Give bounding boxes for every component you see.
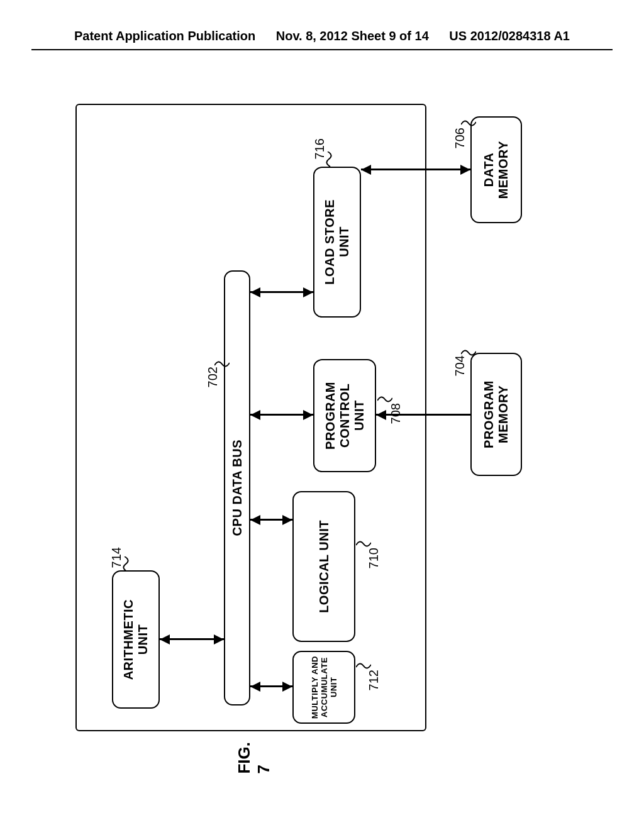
tilde-icon xyxy=(123,556,131,572)
tilde-icon xyxy=(377,394,392,402)
data-memory: DATA MEMORY xyxy=(470,116,522,223)
mac-text: MULTIPLY AND ACCUMULATE UNIT xyxy=(310,656,338,719)
tilde-icon xyxy=(356,661,371,668)
tilde-icon xyxy=(461,118,476,126)
program-memory: PROGRAM MEMORY xyxy=(470,353,522,476)
arrowhead-icon xyxy=(282,682,292,692)
page-header: Patent Application Publication Nov. 8, 2… xyxy=(0,29,644,43)
ref-704: 704 xyxy=(453,355,467,376)
multiply-accumulate-unit: MULTIPLY AND ACCUMULATE UNIT xyxy=(292,651,355,724)
arrowhead-icon xyxy=(250,287,260,297)
arrowhead-icon xyxy=(250,410,260,420)
logical-unit: LOGICAL UNIT xyxy=(292,491,355,642)
arithmetic-text: ARITHMETIC UNIT xyxy=(121,599,150,680)
program-memory-text: PROGRAM MEMORY xyxy=(482,380,511,448)
arrowhead-icon xyxy=(160,634,170,645)
load-store-unit: LOAD STORE UNIT xyxy=(313,167,361,318)
ref-702: 702 xyxy=(206,367,220,387)
tilde-icon xyxy=(326,152,334,167)
cpu-data-bus: CPU DATA BUS xyxy=(224,270,250,706)
header-rule xyxy=(31,49,613,50)
load-store-text: LOAD STORE UNIT xyxy=(323,199,352,285)
arrow xyxy=(376,414,470,416)
tilde-icon xyxy=(356,539,371,546)
header-left: Patent Application Publication xyxy=(74,29,255,43)
arrowhead-icon xyxy=(214,634,224,645)
logical-text: LOGICAL UNIT xyxy=(317,520,331,613)
arrowhead-icon xyxy=(361,165,371,175)
arrowhead-icon xyxy=(250,682,260,692)
arrowhead-icon xyxy=(303,287,313,297)
cpu-bus-text: CPU DATA BUS xyxy=(230,440,245,536)
ref-706: 706 xyxy=(453,128,467,148)
tilde-icon xyxy=(214,359,230,367)
ref-710: 710 xyxy=(367,548,381,568)
arithmetic-unit: ARITHMETIC UNIT xyxy=(112,570,160,709)
arrowhead-icon xyxy=(460,165,470,175)
header-center: Nov. 8, 2012 Sheet 9 of 14 xyxy=(276,29,429,43)
header-right: US 2012/0284318 A1 xyxy=(449,29,570,43)
program-control-unit: PROGRAM CONTROL UNIT xyxy=(313,359,376,472)
arrowhead-icon xyxy=(303,410,313,420)
data-memory-text: DATA MEMORY xyxy=(482,141,511,199)
arrow xyxy=(361,169,470,170)
pcu-text: PROGRAM CONTROL UNIT xyxy=(323,382,367,450)
ref-712: 712 xyxy=(367,670,381,690)
arrowhead-icon xyxy=(282,515,292,525)
arrowhead-icon xyxy=(250,515,260,525)
fig7: DATA MEMORY 706 PROGRAM MEMORY 704 LOAD … xyxy=(75,104,563,733)
arrowhead-icon xyxy=(376,410,386,420)
tilde-icon xyxy=(461,348,476,355)
figure-caption: FIG. 7 xyxy=(235,742,274,774)
